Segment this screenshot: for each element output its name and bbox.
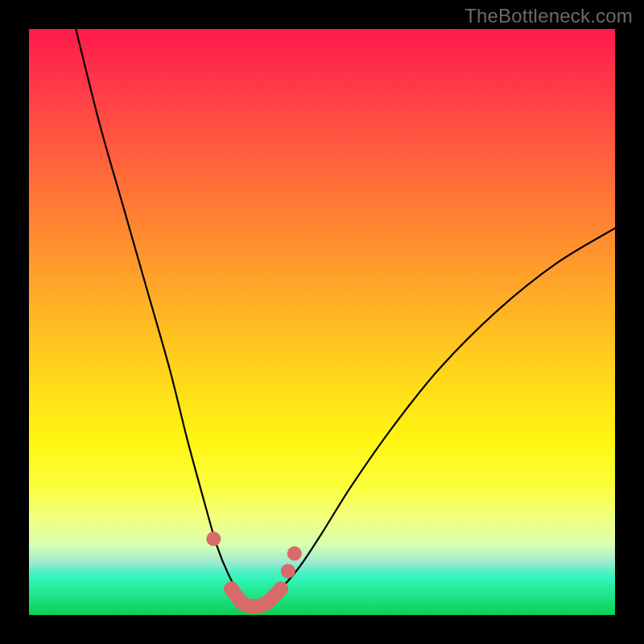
bottleneck-curve <box>76 29 615 605</box>
curve-svg <box>29 29 615 615</box>
highlight-marker <box>281 564 295 578</box>
chart-frame: TheBottleneck.com <box>0 0 644 644</box>
highlight-markers <box>206 531 301 613</box>
watermark-text: TheBottleneck.com <box>464 5 633 27</box>
highlight-marker <box>274 581 288 596</box>
highlight-marker <box>259 596 274 610</box>
highlight-marker <box>287 547 302 561</box>
highlight-marker <box>224 581 238 596</box>
plot-area <box>29 29 615 615</box>
highlight-marker <box>206 531 221 546</box>
